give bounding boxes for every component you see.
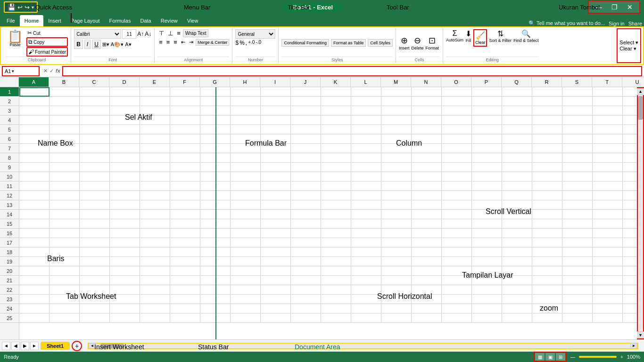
- cell-K13[interactable]: [321, 200, 351, 210]
- cell-M20[interactable]: [381, 266, 412, 276]
- cell-T14[interactable]: [593, 210, 623, 219]
- merge-center-button[interactable]: Merge & Center: [196, 39, 230, 46]
- cell-H16[interactable]: [231, 229, 261, 238]
- cell-Q24[interactable]: [502, 304, 532, 313]
- cell-Q2[interactable]: [502, 97, 532, 106]
- cell-M14[interactable]: [381, 210, 412, 219]
- cell-F7[interactable]: [170, 144, 200, 153]
- cell-R12[interactable]: [532, 191, 562, 200]
- sort-filter-button[interactable]: ⇅ Sort & Filter: [489, 29, 512, 43]
- cell-U5[interactable]: [623, 125, 637, 134]
- cell-B19[interactable]: [50, 257, 80, 266]
- font-increase-icon[interactable]: A↑: [137, 31, 144, 37]
- cell-J6[interactable]: [291, 134, 321, 144]
- cell-C2[interactable]: [80, 97, 110, 106]
- cell-E11[interactable]: [140, 181, 170, 191]
- cell-S13[interactable]: [562, 200, 593, 210]
- cell-D3[interactable]: [110, 106, 140, 115]
- cell-S12[interactable]: [562, 191, 593, 200]
- cell-N11[interactable]: [412, 181, 442, 191]
- cell-S18[interactable]: [562, 247, 593, 257]
- cell-D23[interactable]: [110, 295, 140, 304]
- cell-B11[interactable]: [50, 181, 80, 191]
- cell-D24[interactable]: [110, 304, 140, 313]
- cell-R24[interactable]: [532, 304, 562, 313]
- clear-button[interactable]: 🧹 Clear: [473, 29, 487, 47]
- col-header-C[interactable]: C: [79, 77, 109, 87]
- zoom-minus[interactable]: —: [570, 354, 575, 360]
- cell-N18[interactable]: [412, 247, 442, 257]
- cell-T17[interactable]: [593, 238, 623, 247]
- cell-C7[interactable]: [80, 144, 110, 153]
- cell-K5[interactable]: [321, 125, 351, 134]
- zoom-slider[interactable]: [579, 356, 617, 358]
- undo-icon[interactable]: ↩: [17, 4, 23, 11]
- cell-P20[interactable]: [472, 266, 502, 276]
- cell-D20[interactable]: [110, 266, 140, 276]
- cell-N6[interactable]: [412, 134, 442, 144]
- cell-T3[interactable]: [593, 106, 623, 115]
- cell-M10[interactable]: [381, 172, 412, 181]
- cell-M5[interactable]: [381, 125, 412, 134]
- cell-I7[interactable]: [261, 144, 291, 153]
- cell-S9[interactable]: [562, 163, 593, 172]
- cell-C5[interactable]: [80, 125, 110, 134]
- cell-H18[interactable]: [231, 247, 261, 257]
- cell-N21[interactable]: [412, 276, 442, 285]
- cell-M23[interactable]: [381, 295, 412, 304]
- row-number-1[interactable]: 1: [0, 87, 19, 97]
- cell-T6[interactable]: [593, 134, 623, 144]
- cell-D16[interactable]: [110, 229, 140, 238]
- cell-B4[interactable]: [50, 115, 80, 125]
- cell-A21[interactable]: [19, 276, 50, 285]
- cell-S3[interactable]: [562, 106, 593, 115]
- cell-L25[interactable]: [351, 313, 381, 323]
- cell-G16[interactable]: [200, 229, 231, 238]
- row-number-2[interactable]: 2: [0, 97, 19, 106]
- cell-N10[interactable]: [412, 172, 442, 181]
- cell-C11[interactable]: [80, 181, 110, 191]
- cell-S7[interactable]: [562, 144, 593, 153]
- confirm-formula-button[interactable]: ✓: [50, 68, 54, 74]
- cell-S11[interactable]: [562, 181, 593, 191]
- cell-M25[interactable]: [381, 313, 412, 323]
- cell-R4[interactable]: [532, 115, 562, 125]
- cell-P21[interactable]: [472, 276, 502, 285]
- cell-B16[interactable]: [50, 229, 80, 238]
- cell-D11[interactable]: [110, 181, 140, 191]
- cell-J21[interactable]: [291, 276, 321, 285]
- increase-decimal-icon[interactable]: +.0: [248, 40, 255, 46]
- cell-T16[interactable]: [593, 229, 623, 238]
- redo-icon[interactable]: ↪: [25, 4, 30, 11]
- cell-I1[interactable]: [261, 87, 291, 97]
- cell-Q16[interactable]: [502, 229, 532, 238]
- cell-C8[interactable]: [80, 153, 110, 163]
- cell-T24[interactable]: [593, 304, 623, 313]
- cell-N2[interactable]: [412, 97, 442, 106]
- cell-N22[interactable]: [412, 285, 442, 295]
- copy-button[interactable]: ⧉ Copy: [26, 37, 68, 47]
- row-number-24[interactable]: 24: [0, 304, 19, 313]
- cell-U23[interactable]: [623, 295, 637, 304]
- font-name-select[interactable]: Calibri: [74, 29, 121, 39]
- cell-D7[interactable]: [110, 144, 140, 153]
- cell-R6[interactable]: [532, 134, 562, 144]
- cell-T9[interactable]: [593, 163, 623, 172]
- tab-insert[interactable]: Insert: [43, 15, 66, 26]
- col-header-P[interactable]: P: [471, 77, 502, 87]
- cell-Q25[interactable]: [502, 313, 532, 323]
- cell-L8[interactable]: [351, 153, 381, 163]
- cell-R25[interactable]: [532, 313, 562, 323]
- cell-O17[interactable]: [442, 238, 472, 247]
- cell-J17[interactable]: [291, 238, 321, 247]
- cell-I19[interactable]: [261, 257, 291, 266]
- cell-K2[interactable]: [321, 97, 351, 106]
- cell-H6[interactable]: [231, 134, 261, 144]
- cell-C19[interactable]: [80, 257, 110, 266]
- cell-A24[interactable]: [19, 304, 50, 313]
- col-header-K[interactable]: K: [321, 77, 351, 87]
- cell-N14[interactable]: [412, 210, 442, 219]
- cell-U24[interactable]: [623, 304, 637, 313]
- cell-F2[interactable]: [170, 97, 200, 106]
- cell-A10[interactable]: [19, 172, 50, 181]
